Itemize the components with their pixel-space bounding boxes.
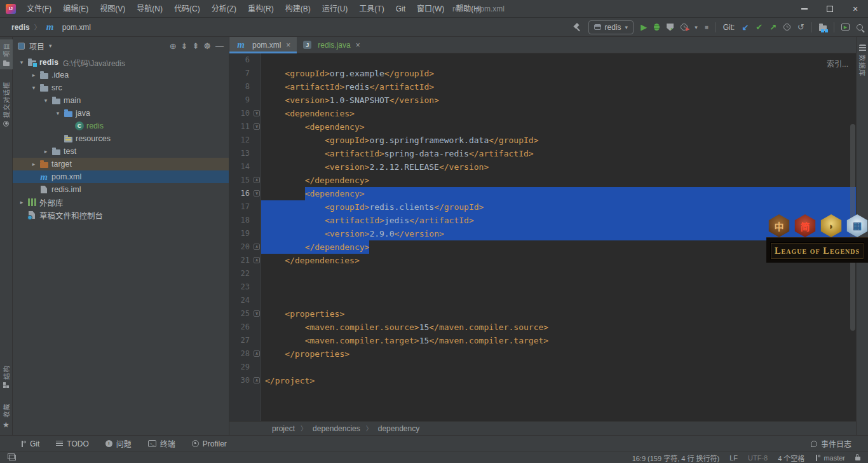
fold-marker-icon[interactable]: ∧ [254,177,260,183]
fold-marker-icon[interactable]: ∨ [254,310,260,317]
close-tab-icon[interactable]: × [356,41,360,50]
menu-item[interactable]: 导航(N) [131,0,168,18]
menu-item[interactable]: 编辑(E) [57,0,94,18]
tree-row[interactable]: ▾java [13,107,229,120]
chevron-right-icon[interactable]: ▸ [29,72,39,78]
tree-row[interactable]: ▾redisG:\代码\Java\redis [13,56,229,69]
run-config-select[interactable]: redis ▾ [588,20,634,34]
file-encoding[interactable]: UTF-8 [748,454,768,462]
menu-item[interactable]: 代码(C) [168,0,206,18]
tree-row[interactable]: Credis [13,120,229,132]
menu-item[interactable]: 分析(Z) [206,0,242,18]
chevron-right-icon[interactable]: ▸ [29,161,39,167]
gutter-line: 10∨ [229,107,261,120]
lock-icon[interactable] [855,457,860,460]
menu-item[interactable]: Git [390,0,411,18]
git-push-button[interactable]: ↗ [770,23,776,31]
expand-all-icon[interactable]: ⇟ [181,41,188,51]
fold-marker-icon[interactable]: ∨ [254,110,260,116]
fold-marker-icon[interactable]: ∨ [254,190,260,197]
project-structure-button[interactable] [819,25,827,31]
git-branch-widget[interactable]: master [815,454,845,462]
tree-row[interactable]: ▸test [13,145,229,158]
breadcrumb-file[interactable]: pom.xml [62,23,91,32]
minimize-button[interactable] [792,0,817,18]
chevron-down-icon[interactable]: ▾ [29,85,39,91]
run-button[interactable]: ▶ [641,23,647,31]
rollback-button[interactable]: ↺ [797,23,804,31]
tree-row[interactable]: ▸target [13,158,229,170]
stripe-button-数据库[interactable]: 数据库 [856,41,868,80]
chevron-down-icon[interactable]: ▾ [41,97,51,104]
restore-button[interactable] [817,0,843,18]
hide-panel-icon[interactable]: — [215,41,224,51]
chevron-right-icon[interactable]: ▸ [17,199,27,205]
chevron-down-icon[interactable]: ▾ [53,110,63,116]
tree-row[interactable]: ▾src [13,81,229,94]
tab-pom.xml[interactable]: mpom.xml× [229,37,297,53]
menu-item[interactable]: 窗口(W) [411,0,450,18]
tree-row[interactable]: ▸.idea [13,69,229,81]
tree-row[interactable]: ▾main [13,94,229,107]
tool-button-TODO[interactable]: TODO [56,438,88,449]
close-tab-icon[interactable]: × [286,41,290,50]
menu-item[interactable]: 视图(V) [94,0,131,18]
gutter-line: 23 [229,280,261,294]
run-anything-button[interactable]: ▶ [841,24,850,31]
menu-item[interactable]: 重构(R) [242,0,280,18]
gear-icon[interactable]: ☸ [203,41,211,51]
editor[interactable]: 678910∨11∨12131415∧16∨17181920∧21∧222324… [229,53,856,421]
chevron-down-icon[interactable]: ▾ [695,24,698,31]
tab-redis.java[interactable]: Jredis.java× [297,37,366,53]
debug-button[interactable] [654,24,660,31]
tool-button-Git[interactable]: Git [20,438,39,449]
breadcrumb-item[interactable]: dependency [378,424,419,433]
menu-item[interactable]: 构建(B) [280,0,316,18]
git-update-button[interactable]: ↙ [742,23,749,31]
build-hammer-icon[interactable] [573,23,581,32]
breadcrumb-item[interactable]: dependencies [313,424,360,433]
git-commit-button[interactable]: ✔ [756,23,763,31]
fold-marker-icon[interactable]: ∨ [254,123,260,130]
chevron-right-icon[interactable]: ▸ [41,148,51,155]
breadcrumb-project[interactable]: redis [11,23,30,32]
stripe-button-提交对话框[interactable]: 提交对话框 [0,78,13,130]
coverage-button[interactable]: ▶ [667,24,674,31]
fold-marker-icon[interactable]: ∧ [254,350,260,357]
menu-item[interactable]: 文件(F) [21,0,57,18]
collapse-all-icon[interactable]: ⇞ [192,41,199,51]
tree-item-label: 外部库 [39,197,64,209]
event-log-button[interactable]: 事件日志 [811,438,851,449]
tool-button-问题[interactable]: !问题 [105,438,132,449]
menu-item[interactable]: 运行(U) [316,0,354,18]
stripe-button-项目[interactable]: 项目 [0,39,13,69]
project-panel-title[interactable]: 项目 [29,41,44,52]
tool-button-Profiler[interactable]: Profiler [192,438,227,449]
tree-row[interactable]: mpom.xml [13,170,229,183]
breadcrumb-item[interactable]: project [272,424,295,433]
stripe-button-结构[interactable]: 结构 [0,362,13,391]
toolwindow-toggle-icon[interactable] [9,455,16,460]
history-button[interactable] [783,24,790,31]
chevron-down-icon[interactable]: ▾ [49,43,52,49]
tool-button-终端[interactable]: >_终端 [148,438,175,449]
tree-row[interactable]: 草稿文件和控制台 [13,209,229,221]
locate-icon[interactable]: ⊕ [170,41,177,51]
line-separator[interactable]: LF [729,454,738,462]
close-button[interactable]: × [843,0,868,18]
search-everywhere-button[interactable] [857,24,863,31]
gutter-line: 29 [229,361,261,374]
caret-position[interactable]: 16:9 (159 字符, 4 行 换行符) [632,453,720,463]
fold-marker-icon[interactable]: ∧ [254,257,260,263]
menu-item[interactable]: 工具(T) [353,0,390,18]
tree-row[interactable]: redis.iml [13,183,229,196]
tree-row[interactable]: ▸外部库 [13,196,229,209]
fold-marker-icon[interactable]: ∧ [254,244,260,250]
indent-setting[interactable]: 4 个空格 [778,453,804,463]
chevron-down-icon[interactable]: ▾ [17,59,27,66]
stripe-button-收藏[interactable]: 收藏★ [0,400,13,432]
code-text: <dependency> [265,189,365,198]
fold-marker-icon[interactable]: ∧ [254,377,260,384]
tree-row[interactable]: resources [13,132,229,145]
profiler-button[interactable]: ▶ [681,24,688,31]
